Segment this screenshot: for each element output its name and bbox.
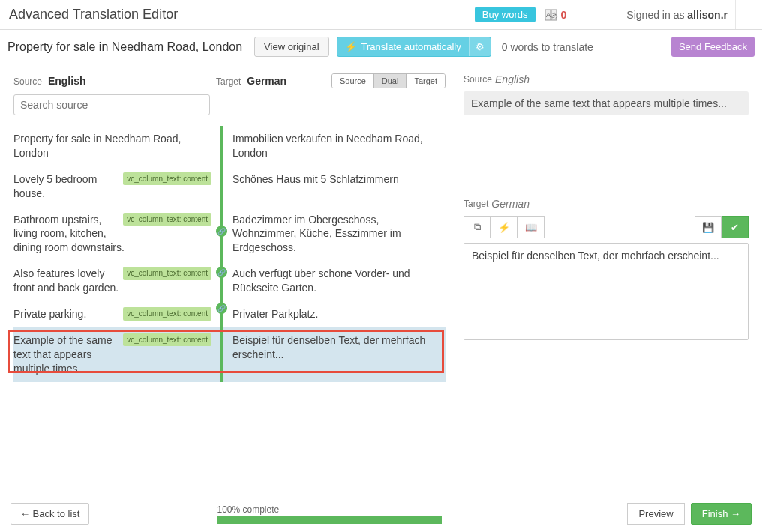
target-language: German	[247, 75, 286, 87]
view-toggle-source[interactable]: Source	[332, 74, 374, 88]
segment-source-text: Example of the same text that appears mu…	[14, 333, 126, 376]
link-icon[interactable]: 🔗	[216, 226, 227, 237]
footer: ← Back to list 100% complete Preview Fin…	[0, 495, 762, 532]
segment-tag: vc_column_text: content	[123, 172, 212, 186]
segment-source-text: Private parking.	[14, 307, 86, 321]
segment-source-text: Bathroom upstairs, living room, kitchen,…	[14, 213, 126, 256]
svg-text:あ: あ	[550, 11, 557, 19]
segment-target: Immobilien verkaufen in Needham Road, Lo…	[224, 126, 446, 166]
view-toggle: Source Dual Target	[332, 73, 446, 88]
detail-source-label: Source	[464, 74, 492, 85]
segment-source: Private parking. vc_column_text: content	[14, 301, 220, 327]
detail-target-language: German	[491, 198, 530, 210]
link-icon[interactable]: 🔗	[216, 267, 227, 278]
finish-button[interactable]: Finish →	[691, 503, 752, 525]
segment-source: Lovely 5 bedroom house. vc_column_text: …	[14, 166, 220, 207]
glossary-button[interactable]: 📖	[518, 216, 544, 238]
right-sidebar-handle[interactable]	[735, 0, 753, 29]
segment-target: Beispiel für denselben Text, der mehrfac…	[224, 327, 446, 382]
bolt-icon: ⚡	[345, 41, 357, 52]
segment-source: Bathroom upstairs, living room, kitchen,…	[14, 207, 220, 262]
view-toggle-dual[interactable]: Dual	[374, 74, 407, 88]
segment-target: Privater Parkplatz.	[224, 301, 446, 327]
source-label: Source	[14, 76, 42, 87]
view-original-button[interactable]: View original	[254, 37, 328, 57]
segment-row[interactable]: Bathroom upstairs, living room, kitchen,…	[14, 207, 446, 262]
main-area: Source English Target German Source Dual…	[0, 64, 762, 495]
segment-target: Schönes Haus mit 5 Schlafzimmern	[224, 166, 446, 207]
segment-source: Also features lovely front and back gard…	[14, 261, 220, 301]
detail-pane: Source English Example of the same text …	[453, 64, 762, 495]
word-balance-count: 0	[561, 9, 567, 21]
job-title: Property for sale in Needham Road, Londo…	[8, 40, 242, 54]
segment-source-text: Also features lovely front and back gard…	[14, 267, 126, 295]
detail-toolbar: ⧉ ⚡ 📖 💾 ✔	[464, 216, 748, 238]
progress-label: 100% complete	[217, 504, 442, 515]
segments-pane: Source English Target German Source Dual…	[0, 64, 453, 495]
progress-bar	[217, 516, 442, 524]
segment-row-selected[interactable]: Example of the same text that appears mu…	[14, 327, 446, 382]
words-to-translate: 0 words to translate	[502, 41, 593, 53]
segment-row[interactable]: Property for sale in Needham Road, Londo…	[14, 126, 446, 166]
confirm-button[interactable]: ✔	[722, 216, 748, 238]
username: allison.r	[687, 9, 728, 21]
progress-wrap: 100% complete	[217, 504, 442, 524]
word-balance-icon: Aあ	[544, 9, 558, 21]
segments-list: Property for sale in Needham Road, Londo…	[14, 126, 446, 382]
translate-automatically-button[interactable]: ⚡ Translate automatically ⚙	[337, 37, 491, 57]
segment-source: Example of the same text that appears mu…	[14, 327, 220, 382]
detail-target-label: Target	[464, 199, 488, 209]
svg-text:A: A	[546, 11, 550, 19]
target-label: Target	[216, 76, 241, 87]
detail-source-text: Example of the same text that appears mu…	[464, 91, 748, 115]
view-toggle-target[interactable]: Target	[406, 74, 445, 88]
segment-row[interactable]: Private parking. vc_column_text: content…	[14, 301, 446, 327]
top-header: Advanced Translation Editor Buy words Aあ…	[0, 0, 762, 30]
sub-header: Property for sale in Needham Road, Londo…	[0, 30, 762, 64]
buy-words-button[interactable]: Buy words	[475, 7, 536, 22]
search-input[interactable]	[14, 94, 210, 115]
send-feedback-button[interactable]: Send Feedback	[671, 37, 754, 57]
save-button[interactable]: 💾	[694, 216, 722, 238]
segment-tag: vc_column_text: content	[123, 267, 212, 280]
detail-source-lang-row: Source English	[464, 73, 748, 85]
signed-in-label: Signed in as allison.r	[626, 9, 728, 21]
target-textarea[interactable]	[464, 243, 748, 340]
app-title: Advanced Translation Editor	[9, 7, 178, 22]
segment-row[interactable]: Also features lovely front and back gard…	[14, 261, 446, 301]
signed-in-prefix: Signed in as	[626, 9, 687, 21]
source-language: English	[48, 75, 86, 87]
copy-source-button[interactable]: ⧉	[464, 216, 490, 238]
segment-source-text: Lovely 5 bedroom house.	[14, 172, 126, 201]
segment-tag: vc_column_text: content	[123, 333, 212, 347]
translate-auto-label: Translate automatically	[362, 41, 461, 52]
segment-row[interactable]: Lovely 5 bedroom house. vc_column_text: …	[14, 166, 446, 207]
machine-translate-button[interactable]: ⚡	[490, 216, 518, 238]
segment-source: Property for sale in Needham Road, Londo…	[14, 126, 220, 166]
segment-target: Auch verfügt über schone Vorder- und Rüc…	[224, 261, 446, 301]
segment-tag: vc_column_text: content	[123, 307, 212, 321]
segment-target: Badezimmer im Obergeschoss, Wohnzimmer, …	[224, 207, 446, 262]
gear-icon[interactable]: ⚙	[469, 37, 490, 56]
preview-button[interactable]: Preview	[627, 503, 684, 525]
detail-target-lang-row: Target German	[464, 198, 748, 210]
segment-source-text: Property for sale in Needham Road, Londo…	[14, 133, 181, 159]
language-row: Source English Target German Source Dual…	[14, 73, 446, 88]
back-to-list-button[interactable]: ← Back to list	[10, 503, 89, 525]
link-icon[interactable]: 🔗	[216, 303, 227, 314]
detail-source-language: English	[495, 73, 530, 85]
segment-tag: vc_column_text: content	[123, 213, 212, 226]
